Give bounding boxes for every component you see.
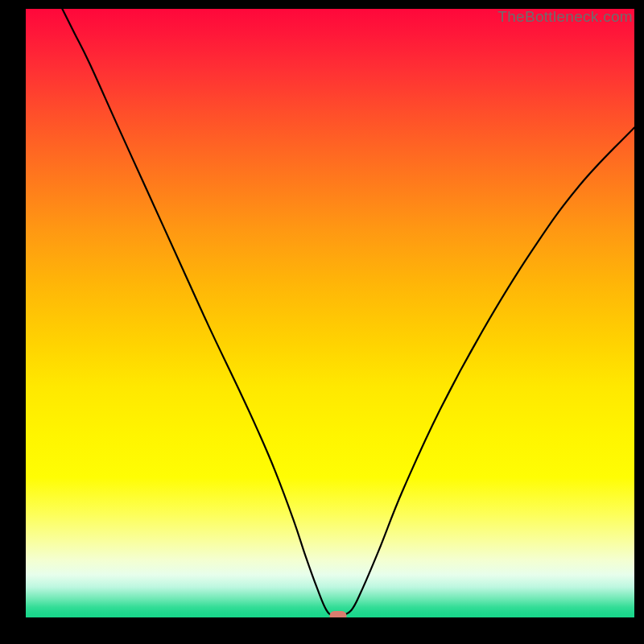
- bottleneck-curve: [26, 9, 634, 617]
- plot-area: [26, 9, 634, 617]
- chart-frame: TheBottleneck.com: [0, 0, 644, 644]
- bottleneck-marker: [329, 611, 346, 617]
- watermark-text: TheBottleneck.com: [497, 8, 633, 26]
